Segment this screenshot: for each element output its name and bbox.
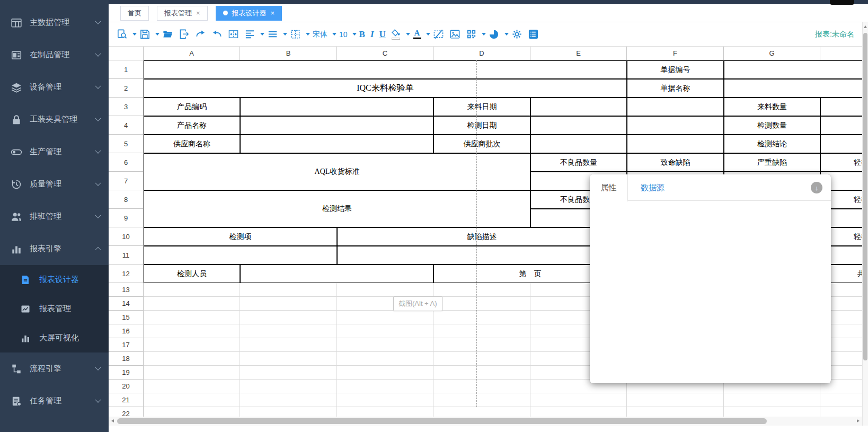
- line-style-button[interactable]: [264, 27, 287, 41]
- save-button[interactable]: [137, 27, 160, 41]
- qrcode-button[interactable]: [463, 27, 486, 41]
- column-header-G[interactable]: G: [724, 47, 820, 60]
- empty-cell[interactable]: [337, 393, 433, 407]
- caret-down-icon[interactable]: [482, 33, 486, 36]
- row-header-9[interactable]: 9: [109, 209, 144, 227]
- font-family-button[interactable]: 宋体: [310, 28, 336, 41]
- column-header-F[interactable]: F: [627, 47, 724, 60]
- cell-B:C-r3[interactable]: [240, 98, 433, 116]
- preview-button[interactable]: [114, 27, 137, 41]
- cell-F-r6[interactable]: 致命缺陷: [627, 153, 724, 172]
- row-header-14[interactable]: 14: [109, 297, 144, 311]
- tab-报表设计器[interactable]: 报表设计器×: [216, 6, 282, 21]
- scroll-left-arrow-icon[interactable]: [111, 419, 114, 422]
- row-header-3[interactable]: 3: [109, 98, 144, 116]
- scroll-right-arrow-icon[interactable]: [857, 419, 860, 422]
- scroll-up-arrow-icon[interactable]: [864, 25, 867, 28]
- caret-down-icon[interactable]: [306, 33, 310, 36]
- empty-cell[interactable]: [627, 393, 724, 407]
- sidebar-item-tooling[interactable]: 工装夹具管理: [0, 103, 109, 136]
- tab-首页[interactable]: 首页: [120, 6, 149, 21]
- tab-报表管理[interactable]: 报表管理×: [157, 6, 208, 21]
- image-control[interactable]: [447, 27, 463, 41]
- cell-G:H-r2[interactable]: [724, 79, 868, 98]
- empty-cell[interactable]: [240, 366, 337, 380]
- cell-A:E-r1[interactable]: [144, 60, 627, 79]
- font-size-control[interactable]: 10: [336, 29, 350, 40]
- empty-cell[interactable]: [433, 380, 530, 393]
- font-color-control[interactable]: A: [410, 28, 424, 40]
- sidebar-item-production[interactable]: 生产管理: [0, 136, 109, 168]
- row-header-5[interactable]: 5: [109, 135, 144, 153]
- borders-control[interactable]: [287, 27, 304, 41]
- sidebar-item-main-data[interactable]: 主数据管理: [0, 6, 109, 39]
- column-header-H[interactable]: H: [820, 47, 868, 60]
- caret-down-icon[interactable]: [426, 33, 430, 36]
- empty-cell[interactable]: [337, 380, 433, 393]
- bold-control[interactable]: B: [357, 28, 368, 41]
- caret-down-icon[interactable]: [283, 33, 287, 36]
- cell-A:D-r6:7[interactable]: AQL收货标准: [144, 153, 530, 190]
- cell-H-r4[interactable]: [820, 116, 868, 135]
- underline-button[interactable]: U: [377, 28, 388, 41]
- cell-A-r5[interactable]: 供应商名称: [144, 135, 240, 153]
- empty-cell[interactable]: [240, 380, 337, 393]
- column-header-D[interactable]: D: [433, 47, 530, 60]
- sidebar-item-equipment[interactable]: 设备管理: [0, 71, 109, 103]
- cell-G-r4[interactable]: 检测数量: [724, 116, 820, 135]
- vertical-scroll-thumb[interactable]: [863, 33, 867, 360]
- empty-cell[interactable]: [144, 380, 240, 393]
- sidebar-item-dashboard[interactable]: 大屏可视化: [0, 323, 109, 352]
- empty-cell[interactable]: [144, 338, 240, 352]
- empty-cell[interactable]: [433, 283, 530, 297]
- undo-control[interactable]: [209, 27, 225, 41]
- cell-A:E-r2[interactable]: IQC来料检验单: [144, 79, 627, 98]
- cell-D-r3[interactable]: 来料日期: [433, 98, 530, 116]
- empty-cell[interactable]: [433, 338, 530, 352]
- empty-cell[interactable]: [337, 324, 433, 338]
- empty-cell[interactable]: [240, 393, 337, 407]
- save-control[interactable]: [137, 27, 153, 41]
- row-header-11[interactable]: 11: [109, 246, 144, 265]
- column-header-E[interactable]: E: [530, 47, 627, 60]
- row-header-7[interactable]: 7: [109, 172, 144, 190]
- empty-cell[interactable]: [240, 352, 337, 366]
- empty-cell[interactable]: [144, 393, 240, 407]
- caret-down-icon[interactable]: [155, 33, 160, 36]
- cell-F-r1[interactable]: 单据编号: [627, 60, 724, 79]
- horizontal-scrollbar[interactable]: [109, 417, 862, 426]
- row-header-10[interactable]: 10: [109, 227, 144, 246]
- row-header-12[interactable]: 12: [109, 265, 144, 283]
- clear-cell-button[interactable]: [430, 27, 447, 41]
- column-header-C[interactable]: C: [337, 47, 433, 60]
- caret-down-icon[interactable]: [352, 33, 357, 36]
- empty-cell[interactable]: [433, 352, 530, 366]
- export-button[interactable]: [176, 27, 192, 41]
- redo-button[interactable]: [192, 27, 209, 41]
- vertical-scrollbar[interactable]: [862, 22, 868, 426]
- clear-cell-control[interactable]: [430, 27, 447, 41]
- row-header-13[interactable]: 13: [109, 283, 144, 297]
- merge-cells-button[interactable]: [225, 27, 242, 41]
- empty-cell[interactable]: [724, 393, 820, 407]
- empty-cell[interactable]: [433, 324, 530, 338]
- cell-A-r3[interactable]: 产品编码: [144, 98, 240, 116]
- align-button[interactable]: [242, 27, 264, 41]
- italic-button[interactable]: I: [368, 28, 377, 41]
- row-header-16[interactable]: 16: [109, 324, 144, 338]
- cell-E-r3[interactable]: [530, 98, 627, 116]
- empty-cell[interactable]: [144, 366, 240, 380]
- font-color-button[interactable]: A: [410, 28, 430, 40]
- italic-control[interactable]: I: [368, 28, 377, 41]
- empty-cell[interactable]: [144, 324, 240, 338]
- cell-E-r4[interactable]: [530, 116, 627, 135]
- cell-B:C-r5[interactable]: [240, 135, 433, 153]
- empty-cell[interactable]: [337, 338, 433, 352]
- chart-button[interactable]: [486, 27, 509, 41]
- cell-F-r4[interactable]: [627, 116, 724, 135]
- column-header-B[interactable]: B: [240, 47, 337, 60]
- panel-toggle-control[interactable]: [525, 27, 542, 41]
- empty-cell[interactable]: [433, 366, 530, 380]
- empty-cell[interactable]: [433, 311, 530, 324]
- empty-cell[interactable]: [337, 366, 433, 380]
